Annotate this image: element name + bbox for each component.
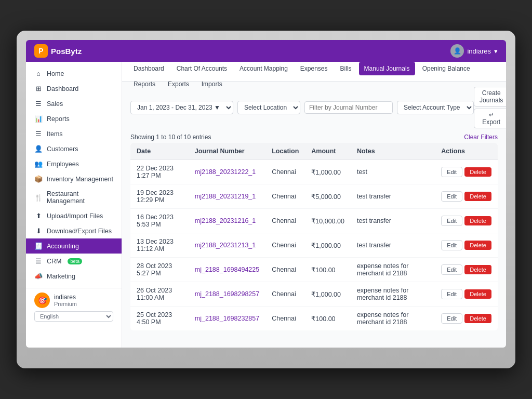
sidebar-label-employees: Employees bbox=[47, 161, 79, 168]
subnav-exports[interactable]: Exports bbox=[163, 77, 194, 91]
table-row: 22 Dec 2023 1:27 PM mj2188_20231222_1 Ch… bbox=[130, 160, 498, 184]
monitor: P PosBytz 👤 indiares ▾ ⌂ Home ⊞ Dashboar… bbox=[17, 31, 515, 368]
cell-journal-number[interactable]: mj2188_20231216_1 bbox=[189, 209, 265, 233]
sidebar-user-info: indiares Premium bbox=[54, 294, 77, 307]
sidebar-label-items: Items bbox=[47, 130, 63, 138]
sales-icon: ☰ bbox=[34, 100, 43, 108]
cell-date: 19 Dec 2023 12:29 PM bbox=[130, 184, 189, 209]
showing-text-bar: Showing 1 to 10 of 10 entries Clear Filt… bbox=[122, 131, 506, 143]
sidebar-item-upload[interactable]: ⬆ Upload/Import Files bbox=[26, 208, 122, 223]
sidebar-item-crm[interactable]: ☰ CRM beta bbox=[26, 254, 122, 269]
sidebar-item-items[interactable]: ☰ Items bbox=[26, 126, 122, 141]
subnav-account-mapping[interactable]: Account Mapping bbox=[234, 62, 293, 75]
cell-amount: ₹10,000.00 bbox=[305, 209, 351, 233]
marketing-icon: 📣 bbox=[34, 272, 43, 280]
reports-icon: 📊 bbox=[34, 115, 43, 123]
edit-button[interactable]: Edit bbox=[441, 191, 462, 202]
sidebar-item-sales[interactable]: ☰ Sales bbox=[26, 96, 122, 111]
sidebar-label-download: Download/Export Files bbox=[47, 228, 112, 235]
edit-button[interactable]: Edit bbox=[441, 289, 462, 299]
sidebar-item-restaurant[interactable]: 🍴 Restaurant Management bbox=[26, 187, 122, 208]
cell-journal-number[interactable]: mj2188_20231222_1 bbox=[189, 160, 265, 184]
account-type-select[interactable]: Select Account Type bbox=[397, 101, 474, 114]
restaurant-icon: 🍴 bbox=[34, 194, 43, 202]
subnav-expenses[interactable]: Expenses bbox=[295, 62, 333, 75]
sidebar-label-crm: CRM bbox=[47, 258, 61, 265]
location-select[interactable]: Select Location bbox=[237, 101, 300, 114]
edit-button[interactable]: Edit bbox=[441, 167, 462, 177]
delete-button[interactable]: Delete bbox=[464, 216, 491, 225]
edit-button[interactable]: Edit bbox=[441, 313, 462, 324]
app-name: PosBytz bbox=[51, 47, 82, 56]
user-info[interactable]: 👤 indiares ▾ bbox=[450, 44, 498, 58]
sidebar-label-dashboard: Dashboard bbox=[47, 85, 78, 92]
employees-icon: 👥 bbox=[34, 160, 43, 168]
col-header-date: Date bbox=[130, 143, 189, 160]
sidebar-item-download[interactable]: ⬇ Download/Export Files bbox=[26, 223, 122, 238]
clear-filters-link[interactable]: Clear Filters bbox=[464, 134, 498, 141]
sidebar-user-name: indiares bbox=[54, 294, 77, 301]
cell-notes: test bbox=[351, 160, 435, 184]
edit-button[interactable]: Edit bbox=[441, 264, 462, 275]
cell-date: 25 Oct 2023 4:50 PM bbox=[130, 307, 189, 331]
delete-button[interactable]: Delete bbox=[464, 167, 491, 177]
edit-button[interactable]: Edit bbox=[441, 216, 462, 226]
cell-notes: test transfer bbox=[351, 184, 435, 209]
language-select[interactable]: English bbox=[34, 311, 113, 322]
sidebar-label-accounting: Accounting bbox=[47, 243, 79, 250]
sidebar-item-inventory[interactable]: 📦 Inventory Management bbox=[26, 171, 122, 187]
cell-journal-number[interactable]: mj_2188_1698298257 bbox=[189, 282, 265, 307]
subnav-imports[interactable]: Imports bbox=[196, 77, 228, 91]
cell-date: 16 Dec 2023 5:53 PM bbox=[130, 209, 189, 233]
edit-button[interactable]: Edit bbox=[441, 240, 462, 250]
subnav-chart-of-accounts[interactable]: Chart Of Accounts bbox=[171, 62, 232, 75]
logo-icon: P bbox=[34, 44, 48, 58]
sidebar-item-marketing[interactable]: 📣 Marketing bbox=[26, 269, 122, 284]
cell-journal-number[interactable]: mj2188_20231219_1 bbox=[189, 184, 265, 209]
screen: P PosBytz 👤 indiares ▾ ⌂ Home ⊞ Dashboar… bbox=[26, 40, 506, 348]
sidebar-label-customers: Customers bbox=[47, 145, 78, 153]
cell-actions: Edit Delete bbox=[435, 209, 498, 233]
download-icon: ⬇ bbox=[34, 227, 43, 235]
sidebar-item-accounting[interactable]: 🧾 Accounting bbox=[26, 238, 122, 254]
upload-icon: ⬆ bbox=[34, 212, 43, 220]
create-journals-button[interactable]: Create Journals bbox=[474, 87, 506, 107]
delete-button[interactable]: Delete bbox=[464, 314, 491, 323]
cell-location: Chennai bbox=[265, 160, 305, 184]
sidebar-label-sales: Sales bbox=[47, 100, 63, 108]
cell-actions: Edit Delete bbox=[435, 184, 498, 209]
cell-actions: Edit Delete bbox=[435, 307, 498, 331]
date-range-select[interactable]: Jan 1, 2023 - Dec 31, 2023 ▼ bbox=[130, 101, 233, 114]
subnav-manual-journals[interactable]: Manual Journals bbox=[359, 62, 415, 75]
table-container: Date Journal Number Location Amount Note… bbox=[122, 143, 506, 339]
delete-button[interactable]: Delete bbox=[464, 241, 491, 250]
cell-amount: ₹5,000.00 bbox=[305, 184, 351, 209]
subnav-dashboard[interactable]: Dashboard bbox=[128, 62, 169, 75]
delete-button[interactable]: Delete bbox=[464, 192, 491, 201]
sidebar-item-customers[interactable]: 👤 Customers bbox=[26, 141, 122, 156]
export-button[interactable]: ↵ Export bbox=[474, 109, 506, 128]
toolbar-left: Jan 1, 2023 - Dec 31, 2023 ▼ Select Loca… bbox=[130, 101, 474, 114]
sidebar-item-employees[interactable]: 👥 Employees bbox=[26, 156, 122, 171]
table-row: 28 Oct 2023 5:27 PM mj_2188_1698494225 C… bbox=[130, 258, 498, 282]
sidebar-label-restaurant: Restaurant Management bbox=[47, 190, 113, 205]
subnav-reports[interactable]: Reports bbox=[128, 77, 161, 91]
sidebar-item-reports[interactable]: 📊 Reports bbox=[26, 111, 122, 126]
cell-journal-number[interactable]: mj_2188_1698494225 bbox=[189, 258, 265, 282]
col-header-notes: Notes bbox=[351, 143, 435, 160]
sidebar-item-dashboard[interactable]: ⊞ Dashboard bbox=[26, 81, 122, 96]
sidebar-item-home[interactable]: ⌂ Home bbox=[26, 66, 122, 81]
cell-journal-number[interactable]: mj2188_20231213_1 bbox=[189, 233, 265, 258]
sidebar-label-marketing: Marketing bbox=[47, 273, 75, 280]
delete-button[interactable]: Delete bbox=[464, 289, 491, 299]
table-row: 19 Dec 2023 12:29 PM mj2188_20231219_1 C… bbox=[130, 184, 498, 209]
journal-number-filter[interactable] bbox=[304, 101, 393, 114]
user-name: indiares bbox=[467, 47, 491, 55]
cell-journal-number[interactable]: mj_2188_1698232857 bbox=[189, 307, 265, 331]
subnav-bills[interactable]: Bills bbox=[335, 62, 357, 75]
user-avatar: 👤 bbox=[450, 44, 464, 58]
subnav-opening-balance[interactable]: Opening Balance bbox=[417, 62, 475, 75]
delete-button[interactable]: Delete bbox=[464, 265, 491, 274]
sidebar: ⌂ Home ⊞ Dashboard ☰ Sales 📊 Reports ☰ bbox=[26, 62, 122, 348]
main-layout: ⌂ Home ⊞ Dashboard ☰ Sales 📊 Reports ☰ bbox=[26, 62, 506, 348]
